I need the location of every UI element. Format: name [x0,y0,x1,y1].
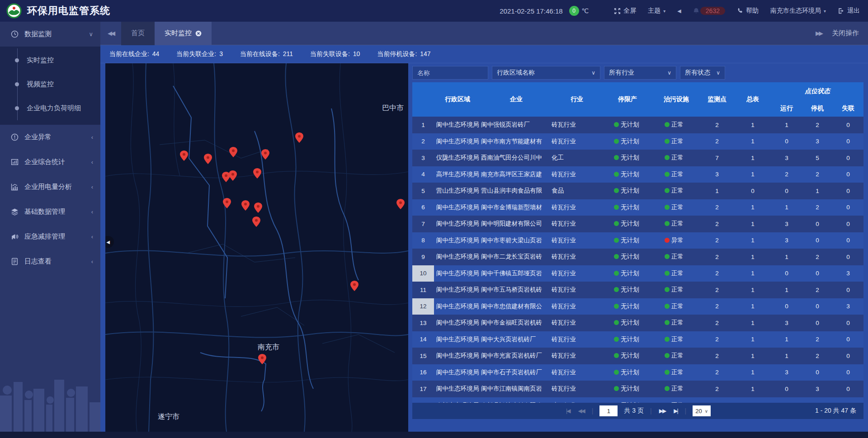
table-row[interactable]: 1阆中生态环境局阆中强锐页岩砖厂砖瓦行业无计划正常21120 [412,117,863,133]
enterprise-panel: 行政区域名称 ∨ 所有行业 ∨ 所有状态 ∨ [412,63,863,432]
status-select[interactable]: 所有状态 ∨ [680,66,725,80]
temperature-unit: ℃ [582,7,589,14]
sidebar-subitem[interactable]: 企业电力负荷明细 [0,96,100,120]
next-page-icon[interactable]: ▶▶ [658,408,666,414]
table-row[interactable]: 13阆中生态环境局阆中市金福旺页岩机砖砖瓦行业无计划正常21300 [412,315,863,331]
first-page-icon[interactable]: |◀ [565,408,571,414]
tab-close-icon[interactable] [195,30,202,37]
sidebar-section-label: 日志查看 [24,257,91,266]
mute-button[interactable]: ◀ [677,8,681,14]
fullscreen-button[interactable]: 全屏 [614,7,636,15]
sidebar-subitem[interactable]: 视频监控 [0,72,100,96]
table-cell: 2 [700,133,734,150]
table-row[interactable]: 12阆中生态环境局阆中市忠信建材有限公砖瓦行业无计划正常21003 [412,298,863,315]
sidebar-subitem[interactable]: 实时监控 [0,48,100,72]
table-row[interactable]: 10阆中生态环境局阆中千佛镇五郎垭页岩砖瓦行业无计划正常21003 [412,265,863,282]
status-dot-icon [614,238,619,243]
table-cell: 2 [802,282,833,298]
industry-select[interactable]: 所有行业 ∨ [604,66,676,80]
help-button[interactable]: 帮助 [737,7,759,15]
table-cell: 0 [833,232,863,249]
table-cell: 砖瓦行业 [552,133,602,150]
table-cell: 3 [833,265,863,282]
chevron-down-icon: ∨ [591,70,595,76]
layers-icon [10,208,19,216]
table-cell: 0 [734,183,771,199]
sidebar-section-7[interactable]: 日志查看‹ [0,249,100,274]
table-cell: 10 [412,265,434,282]
prev-page-icon[interactable]: ◀◀ [577,408,585,414]
table-row[interactable]: 5营山生态环境局营山县润丰肉食品有限食品无计划正常10010 [412,183,863,199]
table-cell: 阆中千佛镇五郎垭页岩 [481,265,552,282]
close-operations-button[interactable]: 关闭操作 [832,29,859,38]
table-cell: 砖瓦行业 [552,331,602,348]
table-cell: 0 [771,381,802,397]
sidebar-section-6[interactable]: 应急减排管理‹ [0,224,100,249]
pagination-bar: |◀ ◀◀ | 共 3 页 | ▶▶ ▶| | 20 ∨ 1 - 20 共 47… [412,403,863,419]
table-cell: 阆中生态环境局 [434,348,481,364]
name-search-input[interactable] [412,66,488,80]
status-cell: 无计划 [602,150,653,166]
tab-label: 实时监控 [165,29,192,38]
table-cell: 砖瓦行业 [552,117,602,133]
table-row[interactable]: 15阆中生态环境局阆中市光富页岩机砖厂砖瓦行业无计划正常21120 [412,348,863,364]
sidebar-section-5[interactable]: 基础数据管理‹ [0,199,100,224]
table-cell: 15 [412,348,434,364]
table-cell: 6 [412,199,434,216]
table-row[interactable]: 2阆中生态环境局阆中市南方节能建材有砖瓦行业无计划正常21030 [412,133,863,150]
log-icon [10,258,19,265]
table-cell: 阆中市金福旺页岩机砖 [481,315,552,331]
status-dot-icon [614,172,619,177]
table-row[interactable]: 14阆中生态环境局阆中大兴页岩机砖厂砖瓦行业无计划正常21120 [412,331,863,348]
table-cell: 1 [734,166,771,183]
table-row[interactable]: 17阆中生态环境局阆中市江南镇阆南页岩砖瓦行业无计划正常21030 [412,381,863,397]
sidebar-section-3[interactable]: 企业综合统计‹ [0,150,100,174]
sidebar-section-2[interactable]: 企业异常‹ [0,125,100,150]
col-header-stop: 停限产 [602,82,653,117]
tab-1[interactable]: 首页 [121,22,155,45]
sidebar-subitem-label: 实时监控 [27,56,54,65]
table-cell: 南部县鸿达建材有限公 [481,397,552,403]
table-row[interactable]: 6阆中生态环境局阆中市金博瑞新型墙材砖瓦行业无计划正常21120 [412,199,863,216]
page-number-input[interactable] [599,405,618,416]
tab-2[interactable]: 实时监控 [155,22,212,45]
tabs-scroll-right-icon[interactable]: ▶▶ [816,30,822,37]
table-cell: 阆中市金博瑞新型墙材 [481,199,552,216]
map-graphic: 巴中市南充市遂宁市 [105,63,408,432]
logout-button[interactable]: 退出 [838,7,860,15]
stat-item: 当前停机设备: 147 [377,50,430,58]
table-row[interactable]: 7阆中生态环境局阆中明阳建材有限公司砖瓦行业无计划正常21300 [412,216,863,232]
table-row[interactable]: 16阆中生态环境局阆中市石子页岩机砖厂砖瓦行业无计划正常21300 [412,364,863,381]
table-row[interactable]: 18南部生态环境局南部县鸿达建材有限公砖瓦行业无计划正常21030 [412,397,863,403]
table-cell: 1 [734,364,771,381]
sidebar-section-4[interactable]: 企业用电量分析‹ [0,174,100,199]
page-size-select[interactable]: 20 ∨ [693,405,711,416]
table-cell: 化工 [552,150,602,166]
notifications-button[interactable]: 2632 [693,7,725,15]
theme-dropdown[interactable]: 主题 ▾ [648,7,665,15]
table-body-scroll[interactable]: 1阆中生态环境局阆中强锐页岩砖厂砖瓦行业无计划正常211202阆中生态环境局阆中… [412,117,863,403]
sidebar-section-1[interactable]: 数据监测∨ [0,22,100,47]
map-canvas[interactable]: 巴中市南充市遂宁市 ◀ [105,63,408,432]
tabs-scroll-left-icon[interactable]: ◀◀ [100,30,121,37]
bell-icon [693,8,699,14]
region-select[interactable]: 行政区域名称 ∨ [492,66,600,80]
table-cell: 0 [833,315,863,331]
chevron-left-icon: ‹ [91,258,93,265]
status-dot-icon [614,221,619,226]
table-row[interactable]: 3仪陇生态环境局西南油气田分公司川中化工无计划正常71350 [412,150,863,166]
table-row[interactable]: 11阆中生态环境局阆中市五马桥页岩机砖砖瓦行业无计划正常21120 [412,282,863,298]
table-cell: 砖瓦行业 [552,364,602,381]
table-row[interactable]: 8阆中生态环境局阆中市枣碧大梁山页岩砖瓦行业无计划异常21300 [412,232,863,249]
table-cell: 砖瓦行业 [552,381,602,397]
table-cell: 3 [771,232,802,249]
chevron-left-icon: ‹ [91,184,93,190]
table-row[interactable]: 4高坪生态环境局南充市高坪区王家店建砖瓦行业无计划正常31220 [412,166,863,183]
notification-count-badge: 2632 [700,7,725,15]
org-dropdown[interactable]: 南充市生态环境局 ▾ [770,7,826,15]
chevron-down-icon: ∨ [667,70,671,76]
table-cell: 阆中生态环境局 [434,216,481,232]
last-page-icon[interactable]: ▶| [673,408,678,414]
table-cell: 0 [802,315,833,331]
table-row[interactable]: 9阆中生态环境局阆中市二龙长宝页岩砖砖瓦行业无计划正常21120 [412,249,863,265]
